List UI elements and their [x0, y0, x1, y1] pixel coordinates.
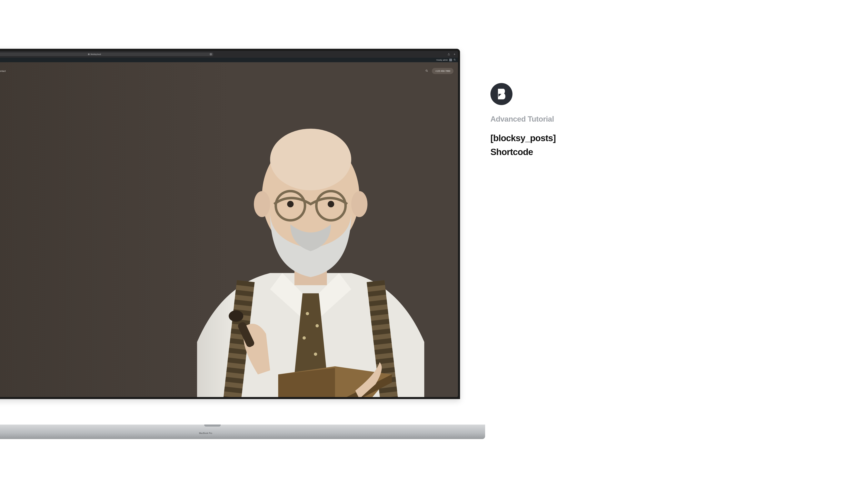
hero-subtitle-fragment: xperienced lawyers	[0, 119, 458, 122]
laptop-base	[0, 425, 485, 439]
tutorial-title-line-1: [blocksy_posts]	[490, 131, 838, 145]
reload-icon[interactable]	[210, 53, 212, 56]
svg-point-0	[454, 59, 455, 60]
wp-admin-bar: Edit Page WPForms Howdy, admin	[0, 58, 458, 62]
laptop-screen: blocksy.local Edit Page WPForms Howdy, a…	[0, 51, 458, 397]
laptop-frame: blocksy.local Edit Page WPForms Howdy, a…	[0, 49, 460, 399]
site-lock-icon	[88, 54, 90, 55]
site-nav: Services About News Contact +123 456 789…	[0, 62, 458, 76]
nav-link-contact[interactable]: Contact	[0, 70, 6, 72]
tutorial-title-line-2: Shortcode	[490, 145, 838, 159]
hero-text-block: serve al xperienced lawyers EARN MORE	[0, 76, 458, 136]
wp-search-icon[interactable]	[454, 59, 456, 61]
hero-title-fragment-1: serve	[0, 88, 458, 101]
phone-button[interactable]: +123 456 7890	[432, 68, 454, 74]
search-icon[interactable]	[425, 69, 428, 73]
blocksy-logo	[490, 83, 513, 105]
tutorial-subtitle: Advanced Tutorial	[490, 115, 838, 123]
share-icon[interactable]	[447, 53, 450, 56]
svg-point-17	[426, 70, 427, 71]
browser-chrome: blocksy.local	[0, 51, 458, 58]
laptop-mockup: blocksy.local Edit Page WPForms Howdy, a…	[0, 49, 460, 429]
avatar[interactable]	[450, 59, 452, 61]
address-bar[interactable]: blocksy.local	[0, 53, 213, 56]
tutorial-info-panel: Advanced Tutorial [blocksy_posts] Shortc…	[490, 83, 838, 159]
hero-title-fragment-2: al	[0, 101, 458, 113]
laptop-label: MacBook Pro	[199, 432, 212, 434]
wp-howdy-text[interactable]: Howdy, admin	[436, 59, 448, 61]
laptop-notch	[204, 425, 221, 427]
website-page: Services About News Contact +123 456 789…	[0, 62, 458, 397]
url-text: blocksy.local	[91, 53, 101, 55]
blocksy-logo-icon	[497, 89, 506, 99]
new-tab-icon[interactable]	[453, 53, 456, 56]
